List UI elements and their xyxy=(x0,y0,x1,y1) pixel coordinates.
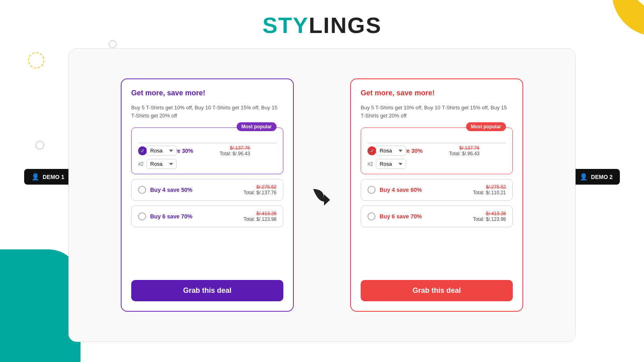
demo1-button[interactable]: 👤 DEMO 1 xyxy=(24,169,72,185)
card1-dropdown2-select[interactable]: Rosa Blue Green xyxy=(147,159,177,169)
header: STYLINGS xyxy=(0,0,644,46)
card1-option3-label: Buy 6 save 70% xyxy=(150,213,192,220)
card1-option3[interactable]: Buy 6 save 70% $/.413.28 Total: $/.123.9… xyxy=(131,206,283,227)
card2-option3-label: Buy 6 save 70% xyxy=(380,213,422,220)
card1-option3-radio xyxy=(138,212,146,220)
card-demo1: Get more, save more! Buy 5 T-Shirts get … xyxy=(121,78,294,312)
card2-option3-total: Total: $/.123.98 xyxy=(473,216,506,222)
demo1-icon: 👤 xyxy=(31,173,39,181)
logo: STYLINGS xyxy=(0,12,644,38)
card1-option3-original: $/.413.28 xyxy=(244,211,277,216)
card2-dropdown1: #1 Rosa Blue Green xyxy=(367,146,506,156)
card2-option3-left: Buy 6 save 70% xyxy=(367,212,422,220)
card2-title: Get more, save more! xyxy=(361,89,513,97)
card2-desc: Buy 5 T-Shirts get 10% off, Buy 10 T-Shi… xyxy=(361,104,513,119)
card1-option1[interactable]: Most popular ✓ Buy 2 save 30% $/.137.76 … xyxy=(131,128,283,174)
card2-option3-radio xyxy=(367,212,376,220)
card1-grab-btn[interactable]: Grab this deal xyxy=(131,280,283,301)
card2-option2-left: Buy 4 save 60% xyxy=(367,186,422,194)
demo2-icon: 👤 xyxy=(580,173,588,181)
card1-desc: Buy 5 T-Shirts get 10% off, Buy 10 T-Shi… xyxy=(131,104,283,119)
card2-dropdown2-select[interactable]: Rosa Blue Green xyxy=(376,159,406,169)
card1-dropdown2: #2 Rosa Blue Green xyxy=(138,159,277,169)
card2-dropdown1-num: #1 xyxy=(367,148,373,154)
card1-option2-left: Buy 4 save 50% xyxy=(138,186,192,194)
demo2-label: DEMO 2 xyxy=(591,174,613,180)
card2-dropdowns: #1 Rosa Blue Green #2 Rosa Blue Green xyxy=(367,146,506,169)
deco-dots-left xyxy=(35,141,44,150)
card1-option3-total: Total: $/.123.98 xyxy=(244,216,277,222)
card1-dropdown1-select[interactable]: Rosa Blue Green xyxy=(147,146,177,156)
card1-dropdown1: #1 Rosa Blue Green xyxy=(138,146,277,156)
card1-dropdown1-num: #1 xyxy=(138,148,143,154)
card2-option3[interactable]: Buy 6 save 70% $/.413.28 Total: $/.123.9… xyxy=(361,206,513,227)
card1-option2-original: $/.275.52 xyxy=(244,184,277,190)
card2-dropdown1-select[interactable]: Rosa Blue Green xyxy=(376,146,406,156)
card2-badge: Most popular xyxy=(466,122,506,131)
card2-dropdowns-container: #1 Rosa Blue Green #2 Rosa Blue Green xyxy=(361,136,512,174)
logo-sty: STY xyxy=(262,12,309,38)
card2-option2-original: $/.275.52 xyxy=(473,184,506,190)
card-demo2: Get more, save more! Buy 5 T-Shirts get … xyxy=(350,78,523,312)
deco-circle-top-mid xyxy=(109,40,117,48)
card1-dropdowns: #1 Rosa Blue Green #2 Rosa Blue Green xyxy=(138,146,277,169)
arrow-between-cards xyxy=(310,183,334,207)
card1-title: Get more, save more! xyxy=(131,89,283,97)
card1-dropdowns-container: #1 Rosa Blue Green #2 Rosa Blue Green xyxy=(132,136,283,174)
card2-option2-pricing: $/.275.52 Total: $/.110.21 xyxy=(473,184,506,195)
card1-dropdown2-num: #2 xyxy=(138,161,143,167)
card1-divider xyxy=(138,143,277,143)
card1-option2[interactable]: Buy 4 save 50% $/.275.52 Total: $/.137.7… xyxy=(131,179,283,201)
main-container: Get more, save more! Buy 5 T-Shirts get … xyxy=(68,48,576,342)
card2-grab-btn[interactable]: Grab this deal xyxy=(361,280,513,301)
card1-option2-total: Total: $/.137.76 xyxy=(244,190,277,195)
card1-option3-left: Buy 6 save 70% xyxy=(138,212,192,220)
card2-divider xyxy=(367,143,506,143)
card2-option3-original: $/.413.28 xyxy=(473,211,506,216)
card2-option2-label: Buy 4 save 60% xyxy=(380,187,422,193)
card2-option2[interactable]: Buy 4 save 60% $/.275.52 Total: $/.110.2… xyxy=(361,179,513,201)
card2-option3-pricing: $/.413.28 Total: $/.123.98 xyxy=(473,211,506,222)
demo1-label: DEMO 1 xyxy=(43,174,64,180)
card2-option2-radio xyxy=(367,186,376,194)
card1-option2-pricing: $/.275.52 Total: $/.137.76 xyxy=(244,184,277,195)
logo-lings: LINGS xyxy=(309,12,382,38)
card2-dropdown2: #2 Rosa Blue Green xyxy=(367,159,506,169)
card2-option2-total: Total: $/.110.21 xyxy=(473,190,506,195)
card1-option2-label: Buy 4 save 50% xyxy=(150,187,192,193)
card2-option1[interactable]: Most popular ✓ Buy 2 save 30% $/.137.76 … xyxy=(361,128,513,174)
deco-circle-top-left xyxy=(28,52,44,68)
card2-dropdown2-num: #2 xyxy=(367,161,373,167)
card1-option3-pricing: $/.413.28 Total: $/.123.98 xyxy=(244,211,277,222)
demo2-button[interactable]: 👤 DEMO 2 xyxy=(572,169,620,185)
card1-badge: Most popular xyxy=(237,122,277,131)
card1-option2-radio xyxy=(138,186,146,194)
